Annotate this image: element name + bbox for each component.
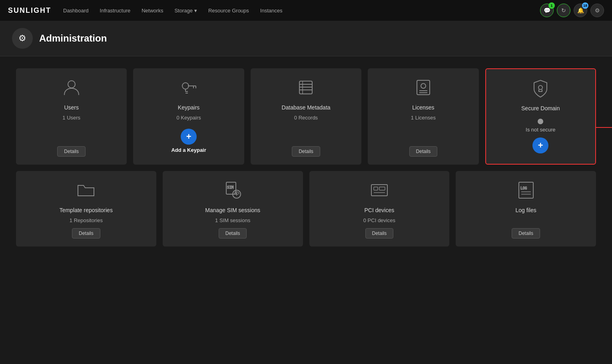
- cards-row-1: Users 1 Users Details Keypairs 0 Keypair…: [16, 68, 596, 165]
- nav-links: Dashboard Infrastructure Networks Storag…: [63, 8, 540, 14]
- nav-instances[interactable]: Instances: [260, 8, 283, 14]
- sim-icon: SIM: [223, 181, 242, 202]
- nav-resource-groups[interactable]: Resource Groups: [208, 8, 249, 14]
- pci-icon: [370, 181, 389, 202]
- licenses-details-button[interactable]: Details: [409, 146, 438, 157]
- database-svg: [296, 78, 315, 97]
- svg-rect-27: [519, 182, 533, 198]
- secure-domain-title: Secure Domain: [521, 105, 560, 111]
- notifications-button[interactable]: 🔔 18: [574, 4, 587, 17]
- log-icon: LOG: [516, 181, 536, 202]
- svg-text:SIM: SIM: [227, 185, 234, 189]
- pci-svg: [370, 181, 389, 200]
- database-icon: [296, 78, 315, 99]
- logo: SUNLIGHT: [8, 6, 51, 15]
- card-log-files: LOG Log files Details: [456, 171, 596, 247]
- users-details-button[interactable]: Details: [57, 146, 86, 157]
- database-metadata-details-button[interactable]: Details: [292, 146, 320, 157]
- sim-sessions-details-button[interactable]: Details: [219, 228, 247, 239]
- user-icon: [62, 78, 81, 99]
- licenses-icon: [414, 78, 433, 99]
- add-keypair-label: Add a Keypair: [171, 147, 206, 153]
- nav-infrastructure[interactable]: Infrastructure: [100, 8, 131, 14]
- svg-rect-24: [374, 187, 378, 190]
- keypairs-title: Keypairs: [178, 104, 199, 111]
- user-svg: [62, 78, 81, 97]
- sync-button[interactable]: ↻: [557, 4, 570, 17]
- card-sim-sessions: SIM Manage SIM sessions 1 SIM sessions D…: [163, 171, 303, 247]
- nav-dashboard[interactable]: Dashboard: [63, 8, 89, 14]
- sim-sessions-title: Manage SIM sessions: [205, 207, 260, 213]
- svg-point-17: [538, 86, 542, 90]
- status-indicator-dot: [538, 119, 543, 124]
- pci-devices-count: 0 PCI devices: [363, 217, 395, 223]
- log-files-details-button[interactable]: Details: [512, 228, 540, 239]
- keypair-icon: [179, 78, 198, 99]
- nav-storage[interactable]: Storage ▾: [174, 8, 197, 14]
- licenses-count: 1 Licenses: [411, 115, 436, 121]
- notifications-badge: 18: [582, 2, 588, 9]
- sim-svg: SIM: [223, 181, 242, 200]
- settings-button[interactable]: ⚙: [590, 4, 604, 17]
- pci-devices-details-button[interactable]: Details: [365, 228, 394, 239]
- licenses-svg: [414, 78, 433, 97]
- template-repos-title: Template repositories: [60, 207, 113, 213]
- administration-icon: ⚙: [12, 28, 33, 49]
- card-pci-devices: PCI devices 0 PCI devices Details: [309, 171, 450, 247]
- chevron-down-icon: ▾: [194, 8, 197, 14]
- log-svg: LOG: [516, 181, 536, 200]
- card-secure-domain: Secure Domain Is not secure +: [485, 68, 596, 165]
- template-repos-details-button[interactable]: Details: [72, 228, 100, 239]
- cards-row-2: Template repositories 1 Repositories Det…: [16, 171, 596, 247]
- gear-large-icon: ⚙: [18, 33, 26, 44]
- database-metadata-title: Database Metadata: [281, 104, 330, 111]
- page-title: Administration: [39, 33, 107, 44]
- svg-point-0: [68, 81, 75, 88]
- template-repos-count: 1 Repositories: [70, 217, 103, 223]
- add-keypair-area[interactable]: + Add a Keypair: [171, 129, 206, 153]
- card-database-metadata: Database Metadata 0 Records Details: [251, 68, 361, 165]
- main-content: Users 1 Users Details Keypairs 0 Keypair…: [0, 56, 612, 259]
- users-count: 1 Users: [62, 115, 80, 121]
- top-navigation: SUNLIGHT Dashboard Infrastructure Networ…: [0, 0, 612, 21]
- messages-badge: 1: [548, 2, 555, 9]
- add-keypair-plus-button[interactable]: +: [181, 129, 197, 145]
- card-keypairs: Keypairs 0 Keypairs + Add a Keypair: [133, 68, 244, 165]
- page-header: ⚙ Administration: [0, 21, 612, 56]
- secure-domain-add-button[interactable]: +: [532, 137, 548, 153]
- gear-icon: ⚙: [595, 7, 600, 14]
- secure-domain-icon: [531, 79, 550, 100]
- nav-networks[interactable]: Networks: [142, 8, 163, 14]
- chat-icon: 💬: [544, 7, 550, 14]
- folder-icon: [76, 181, 96, 202]
- pci-devices-title: PCI devices: [365, 207, 395, 213]
- svg-rect-25: [379, 187, 385, 190]
- licenses-title: Licenses: [412, 104, 434, 111]
- folder-svg: [76, 181, 96, 200]
- svg-point-14: [421, 84, 426, 88]
- users-title: Users: [64, 104, 79, 111]
- arrow-annotation: [595, 125, 612, 130]
- card-licenses: Licenses 1 Licenses Details: [368, 68, 478, 165]
- arrow-line: [595, 127, 612, 128]
- not-secure-label: Is not secure: [526, 127, 555, 133]
- secure-domain-status: Is not secure: [526, 119, 555, 133]
- bell-icon: 🔔: [577, 7, 584, 14]
- messages-button[interactable]: 💬 1: [540, 4, 554, 17]
- sim-sessions-count: 1 SIM sessions: [215, 217, 250, 223]
- nav-right-icons: 💬 1 ↻ 🔔 18 ⚙: [540, 4, 604, 17]
- keypairs-count: 0 Keypairs: [176, 115, 201, 121]
- card-template-repositories: Template repositories 1 Repositories Det…: [16, 171, 156, 247]
- database-metadata-count: 0 Records: [294, 115, 318, 121]
- secure-domain-svg: [531, 79, 550, 98]
- svg-text:LOG: LOG: [520, 186, 527, 190]
- log-files-title: Log files: [516, 207, 536, 213]
- svg-point-1: [182, 83, 189, 89]
- keypair-svg: [179, 78, 198, 97]
- card-users: Users 1 Users Details: [16, 68, 127, 165]
- sync-icon: ↻: [561, 7, 566, 14]
